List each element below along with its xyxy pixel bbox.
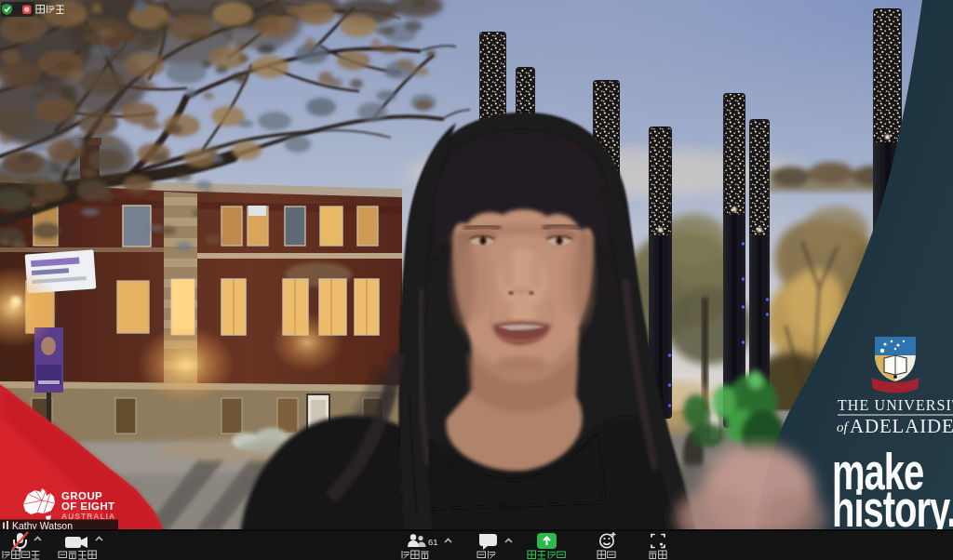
svg-text:61: 61 [428, 537, 438, 547]
svg-text:ADELAIDE: ADELAIDE [850, 415, 953, 437]
svg-text:THE UNIVERSITY: THE UNIVERSITY [838, 397, 953, 413]
svg-text:Kathy Watson: Kathy Watson [12, 520, 73, 531]
svg-text:OF EIGHT: OF EIGHT [61, 500, 115, 512]
svg-text:of: of [837, 420, 850, 434]
svg-text:history.: history. [832, 479, 953, 537]
